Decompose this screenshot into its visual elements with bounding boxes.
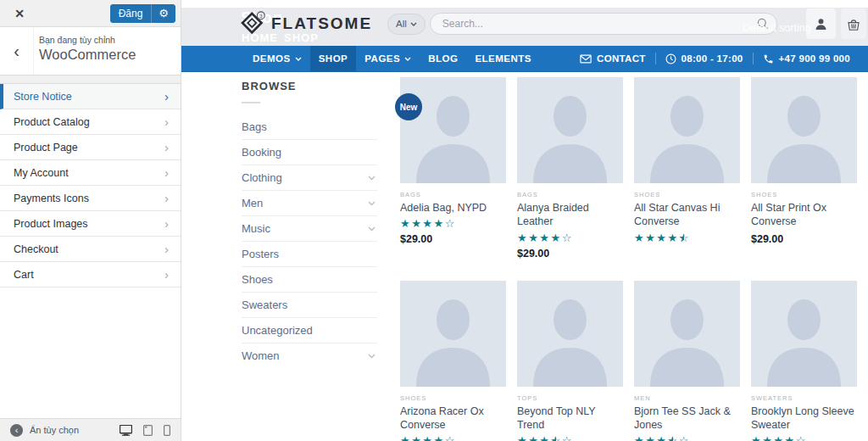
star-icon: ★: [517, 435, 528, 441]
star-icon: ★: [634, 435, 645, 441]
product-image[interactable]: New: [400, 77, 506, 183]
chevron-down-icon: [404, 57, 411, 61]
chevron-down-icon: [295, 57, 302, 61]
category-link[interactable]: Uncategorized: [242, 318, 377, 343]
customizer-menu-item[interactable]: Product Catalog ›: [0, 109, 181, 135]
star-icon: ★: [645, 435, 656, 441]
nav-item[interactable]: DEMOS: [244, 46, 310, 71]
product-image[interactable]: [634, 77, 740, 183]
product-image[interactable]: [517, 281, 623, 387]
customizer-menu-item[interactable]: My Account ›: [0, 160, 181, 186]
product-title-link[interactable]: All Star Print Ox Converse: [751, 201, 857, 229]
search-scope-dropdown[interactable]: All: [387, 14, 426, 35]
nav-item[interactable]: SHOP: [310, 46, 357, 71]
sidebar-spacer: [0, 75, 181, 84]
phone-link[interactable]: +47 900 99 000: [754, 53, 860, 64]
placeholder-person-icon: [517, 77, 623, 183]
product-price: $29.00: [517, 248, 623, 260]
category-link[interactable]: Booking: [242, 140, 377, 165]
product-title-link[interactable]: Beyond Top NLY Trend: [517, 405, 623, 433]
category-label: Posters: [242, 248, 279, 260]
product-title-link[interactable]: Brooklyn Long Sleeve Sweater: [751, 405, 857, 433]
star-icon: ★: [773, 435, 784, 441]
menu-item-label: Cart: [14, 269, 34, 281]
mobile-icon[interactable]: [164, 425, 170, 436]
nav-item-label: SHOP: [319, 53, 348, 64]
product-image[interactable]: [751, 281, 857, 387]
customizer-menu-item[interactable]: Checkout ›: [0, 237, 181, 262]
category-label: Shoes: [242, 273, 273, 286]
star-icon: ★: [762, 435, 773, 441]
desktop-icon[interactable]: [120, 425, 132, 436]
back-chevron-icon[interactable]: ‹: [0, 27, 34, 75]
product-category-link[interactable]: SWEATERS: [751, 394, 857, 402]
hours-label: 08:00 - 17:00: [682, 53, 743, 64]
heading-rule: [242, 102, 260, 103]
category-label: Clothing: [242, 171, 282, 184]
nav-item[interactable]: BLOG: [420, 46, 466, 71]
close-icon[interactable]: ✕: [10, 4, 29, 23]
star-icon: ★: [400, 435, 411, 441]
half-star-fill: ★: [550, 435, 556, 441]
hide-controls-button[interactable]: ‹ Ẩn tùy chọn: [10, 424, 79, 437]
nav-item-label: PAGES: [364, 53, 400, 64]
product-card: SHOES Arizona Racer Ox Converse ★★★★☆: [400, 281, 506, 441]
category-link[interactable]: Posters: [242, 242, 377, 267]
nav-item[interactable]: PAGES: [356, 46, 420, 71]
product-title-link[interactable]: Alanya Braided Leather: [517, 201, 623, 229]
category-link[interactable]: Clothing: [242, 165, 377, 191]
flatsome-logo[interactable]: 3 FLATSOME: [241, 10, 372, 37]
product-category-link[interactable]: SHOES: [634, 191, 740, 198]
header-search-bar: All: [387, 13, 777, 35]
customizer-menu-item[interactable]: Store Notice ›: [0, 84, 181, 109]
star-icon: ★: [656, 435, 667, 441]
customizer-menu-item[interactable]: Product Images ›: [0, 211, 181, 237]
cart-button[interactable]: [841, 8, 866, 39]
browse-sidebar: BROWSE Bags Booking Clothing Men Music P…: [242, 77, 377, 441]
gear-icon[interactable]: ⚙: [151, 4, 175, 23]
tablet-icon[interactable]: [143, 425, 153, 436]
product-category-link[interactable]: SHOES: [400, 394, 506, 402]
nav-info: CONTACT 08:00 - 17:00 +47 900 99 000: [570, 46, 868, 71]
product-category-link[interactable]: BAGS: [400, 191, 506, 198]
product-image[interactable]: [400, 281, 506, 387]
product-title-link[interactable]: Bjorn Tee SS Jack & Jones: [634, 405, 740, 433]
product-price: $29.00: [400, 233, 506, 245]
product-image[interactable]: [751, 77, 857, 183]
nav-item[interactable]: ELEMENTS: [466, 46, 540, 71]
star-icon: ☆: [445, 435, 456, 441]
category-label: Music: [242, 222, 270, 235]
search-scope-label: All: [396, 19, 407, 29]
customizer-menu-item[interactable]: Cart ›: [0, 262, 181, 287]
star-icon: ★: [656, 232, 667, 243]
product-title-link[interactable]: All Star Canvas Hi Converse: [634, 201, 740, 229]
chevron-right-icon: ›: [164, 243, 169, 255]
star-icon: ★: [539, 232, 550, 243]
product-category-link[interactable]: BAGS: [517, 191, 623, 198]
product-card: SHOES All Star Canvas Hi Converse ★★★★☆★: [634, 77, 740, 243]
category-label: Men: [242, 197, 263, 209]
placeholder-person-icon: [634, 281, 740, 387]
category-link[interactable]: Men: [242, 191, 377, 216]
category-link[interactable]: Women: [242, 343, 377, 368]
category-link[interactable]: Shoes: [242, 267, 377, 293]
product-image[interactable]: [517, 77, 623, 183]
sorting-dropdown[interactable]: Default sorting: [743, 22, 811, 34]
product-title-link[interactable]: Adelia Bag, NYPD: [400, 201, 506, 215]
hide-controls-label: Ẩn tùy chọn: [30, 425, 79, 435]
customizer-menu-item[interactable]: Payments Icons ›: [0, 186, 181, 211]
product-category-link[interactable]: TOPS: [517, 394, 623, 402]
category-link[interactable]: Music: [242, 216, 377, 242]
product-category-link[interactable]: SHOES: [751, 191, 857, 198]
product-title-link[interactable]: Arizona Racer Ox Converse: [400, 405, 506, 433]
contact-link[interactable]: CONTACT: [570, 53, 654, 64]
customizer-menu-item[interactable]: Product Page ›: [0, 135, 181, 160]
publish-button[interactable]: Đăng: [110, 4, 152, 23]
search-input[interactable]: [430, 13, 777, 35]
nav-item-label: BLOG: [428, 53, 458, 64]
category-link[interactable]: Sweaters: [242, 293, 377, 318]
product-category-link[interactable]: MEN: [634, 394, 740, 402]
product-image[interactable]: [634, 281, 740, 387]
category-link[interactable]: Bags: [242, 114, 377, 140]
envelope-icon: [580, 54, 592, 64]
